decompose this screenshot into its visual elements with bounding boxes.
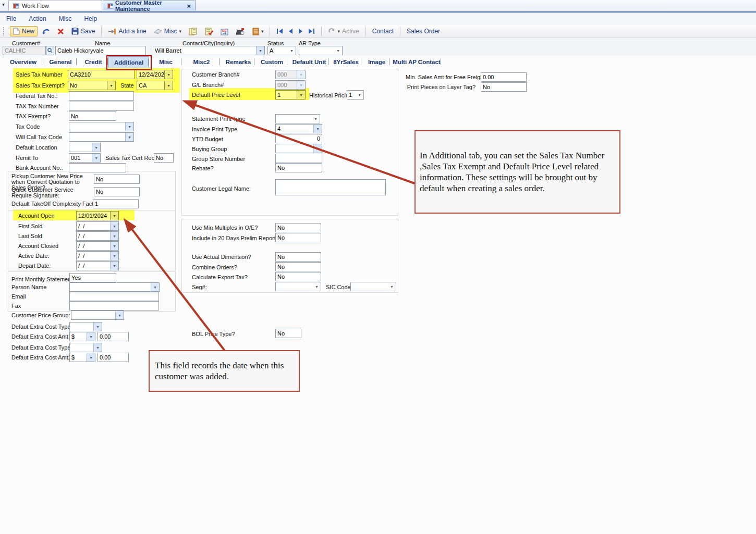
person-name-select[interactable]: ▾ — [69, 282, 160, 292]
tab-customer-master-maintenance[interactable]: Customer Master Maintenance × — [103, 1, 196, 10]
menu-file[interactable]: File — [0, 14, 22, 24]
tasks-check-button[interactable] — [202, 27, 216, 36]
extra-cost-currency2-select[interactable]: $ ▾ — [69, 353, 95, 362]
state-select[interactable]: CA ▾ — [137, 81, 173, 90]
customer-number-field[interactable]: CALHIC — [3, 46, 46, 55]
default-price-level-select[interactable]: 1 ▾ — [275, 90, 306, 100]
tab-additional[interactable]: Additional — [108, 56, 149, 68]
oe-transfer-button[interactable]: OE — [218, 27, 231, 36]
sales-tax-date-select[interactable]: 12/24/2025 ▾ — [137, 70, 173, 79]
price-lookup-button[interactable] — [234, 27, 248, 36]
window-list-caret-icon[interactable]: ▾ — [2, 2, 5, 7]
new-button[interactable]: New — [10, 26, 38, 36]
extra-cost-currency-select[interactable]: $ ▾ — [69, 332, 95, 341]
last-record-icon[interactable] — [308, 29, 314, 34]
account-closed-select[interactable]: / / ▾ — [76, 241, 119, 251]
customer-search-button[interactable] — [46, 46, 54, 55]
notes-button[interactable] — [186, 27, 200, 36]
close-icon[interactable]: × — [187, 3, 191, 9]
contact-city-select[interactable]: Will Barret ▾ — [153, 46, 265, 55]
extra-cost-amt2-field[interactable]: 0.00 — [97, 353, 129, 362]
previous-record-icon[interactable] — [288, 29, 293, 34]
use-min-multiples-field[interactable]: No — [275, 223, 321, 232]
menu-action[interactable]: Action — [22, 14, 52, 24]
remit-to-select[interactable]: 001 ▾ — [69, 153, 101, 163]
tab-remarks[interactable]: Remarks — [222, 56, 254, 67]
tab-image[interactable]: Image — [364, 56, 389, 67]
tax-exempt-field[interactable]: No — [69, 111, 116, 121]
account-open-select[interactable]: 12/01/2024 ▾ — [76, 211, 119, 220]
combine-orders-field[interactable]: No — [275, 262, 321, 271]
next-record-icon[interactable] — [298, 29, 303, 34]
name-field[interactable]: Caleb Hickoryvale — [55, 46, 146, 55]
document-button[interactable]: ▾ — [250, 27, 266, 36]
seg-number-select[interactable]: ▾ — [275, 282, 321, 291]
include-20-days-field[interactable]: No — [275, 233, 321, 242]
historical-pricing-select[interactable]: 1 ▾ — [347, 90, 364, 100]
print-monthly-statement-field[interactable]: Yes — [69, 273, 116, 282]
first-sold-select[interactable]: / / ▾ — [76, 221, 119, 231]
buying-group-select[interactable]: ▾ — [275, 144, 322, 153]
sales-tax-number-field[interactable]: CA3210 — [68, 70, 135, 79]
default-location-select[interactable]: ▾ — [69, 143, 101, 152]
min-sales-free-freight-field[interactable]: 0.00 — [481, 72, 527, 82]
ar-type-select[interactable]: ▾ — [299, 46, 343, 55]
calculate-export-tax-field[interactable]: No — [275, 272, 321, 281]
active-date-select[interactable]: / / ▾ — [76, 251, 119, 260]
customer-legal-name-field[interactable] — [275, 179, 386, 195]
use-actual-dimension-field[interactable]: No — [275, 252, 321, 262]
add-a-line-button[interactable]: Add a line — [105, 27, 149, 36]
menu-help[interactable]: Help — [78, 14, 103, 24]
group-store-number-field[interactable] — [275, 154, 322, 163]
extra-cost-type2-select[interactable]: ▾ — [69, 343, 102, 352]
last-sold-select[interactable]: / / ▾ — [76, 231, 119, 241]
tab-misc2[interactable]: Misc2 — [184, 56, 220, 67]
ytd-budget-field[interactable]: 0 — [275, 134, 322, 143]
email-field[interactable] — [69, 292, 159, 301]
misc-button[interactable]: Misc ▾ — [151, 27, 184, 36]
tab-8yrsales[interactable]: 8YrSales — [331, 56, 361, 67]
sales-order-button[interactable]: Sales Order — [404, 27, 443, 36]
statement-print-type-select[interactable]: ▾ — [275, 114, 320, 123]
tax-tax-number-field[interactable] — [69, 102, 134, 111]
tab-default-unit[interactable]: Default Unit — [290, 56, 328, 67]
tab-custom[interactable]: Custom — [257, 56, 287, 67]
tab-work-flow[interactable]: Work Flow — [8, 1, 102, 10]
toolbar-grip[interactable] — [3, 27, 6, 35]
tab-credit[interactable]: Credit — [79, 56, 108, 67]
tab-misc[interactable]: Misc — [150, 56, 181, 67]
federal-tax-field[interactable] — [69, 91, 134, 101]
save-button[interactable]: Save — [69, 27, 97, 36]
tab-multi-ap-contact[interactable]: Multi AP Contact — [392, 56, 441, 67]
undo-button[interactable] — [40, 27, 53, 36]
contact-button[interactable]: Contact — [370, 27, 396, 36]
customer-branch-select[interactable]: 000 ▾ — [275, 70, 306, 79]
sic-code-select[interactable]: ▾ — [350, 282, 396, 291]
refresh-status-button[interactable]: ▾ Active — [325, 27, 361, 36]
delete-button[interactable] — [55, 27, 67, 36]
pickup-new-price-field[interactable]: No — [94, 175, 140, 184]
status-select[interactable]: A ▾ — [267, 46, 296, 55]
tab-overview[interactable]: Overview — [4, 56, 42, 67]
gl-branch-select[interactable]: 000 ▾ — [275, 80, 306, 90]
quick-service-signature-field[interactable]: No — [94, 187, 140, 196]
chevron-down-icon: ▾ — [125, 133, 133, 141]
rebate-field[interactable]: No — [275, 163, 322, 172]
bol-price-type-field[interactable]: No — [275, 329, 301, 338]
tab-general[interactable]: General — [44, 56, 77, 67]
sales-tax-exempt-select[interactable]: No ▾ — [68, 81, 116, 90]
takeoff-factor-field[interactable]: 1 — [93, 199, 139, 208]
fax-field[interactable] — [69, 301, 159, 311]
menu-misc[interactable]: Misc — [53, 14, 78, 24]
bank-account-field[interactable] — [69, 163, 126, 172]
extra-cost-type-select[interactable]: ▾ — [69, 322, 102, 331]
print-pieces-layer-tag-field[interactable]: No — [481, 82, 527, 92]
first-record-icon[interactable] — [277, 29, 283, 34]
invoice-print-type-select[interactable]: 4 ▾ — [275, 124, 322, 133]
depart-date-select[interactable]: / / ▾ — [76, 261, 119, 270]
customer-price-group-select[interactable]: ▾ — [71, 311, 124, 320]
tax-code-select[interactable]: ▾ — [69, 122, 134, 131]
will-call-tax-code-select[interactable]: ▾ — [69, 132, 134, 142]
extra-cost-amt-field[interactable]: 0.00 — [97, 332, 129, 341]
sales-tax-cert-field[interactable]: No — [154, 153, 174, 163]
